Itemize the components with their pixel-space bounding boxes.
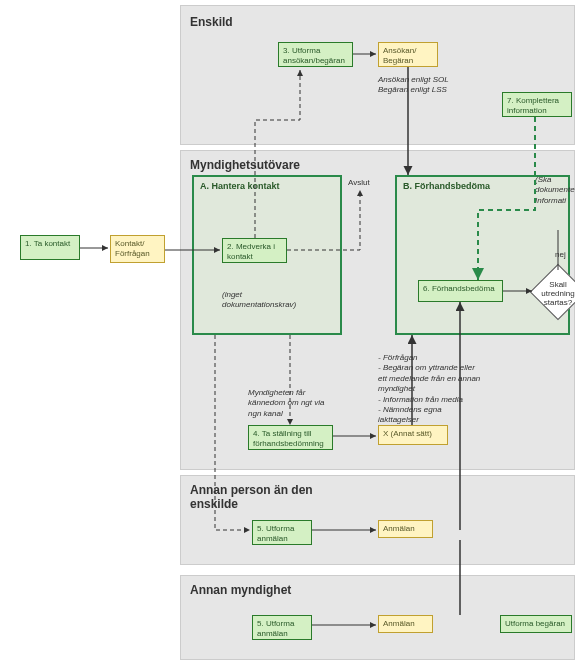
box-1-ta-kontakt: 1. Ta kontakt: [20, 235, 80, 260]
box-6-forhandsbedoma: 6. Förhandsbedöma: [418, 280, 503, 302]
note-avslut: Avslut: [348, 178, 370, 188]
box-ansokan-begaran: Ansökan/ Begäran: [378, 42, 438, 67]
lane-title-annan-myndighet: Annan myndighet: [190, 583, 291, 597]
box-5-utforma-anmalan-a: 5. Utforma anmälan: [252, 520, 312, 545]
box-5-utforma-anmalan-b: 5. Utforma anmälan: [252, 615, 312, 640]
note-nej: nej: [555, 250, 566, 260]
box-7-komplettera: 7. Komplettera information: [502, 92, 572, 117]
decision-label: Skall utredning startas?: [533, 280, 575, 307]
box-anmalan-a: Anmälan: [378, 520, 433, 538]
box-4-ta-stallning: 4. Ta ställning till förhandsbedömning: [248, 425, 333, 450]
note-list: - Förfrågan - Begäran om yttrande eller …: [378, 353, 480, 426]
box-utforma-begaran: Utforma begäran: [500, 615, 572, 633]
note-sol-lss: Ansökan enligt SOL Begäran enligt LSS: [378, 75, 449, 96]
lane-title-enskild: Enskild: [190, 15, 233, 29]
note-ska-dok: (Ska dokumente Informati: [535, 175, 575, 206]
note-kanal: Myndigheten får kännedom om ngt via ngn …: [248, 388, 325, 419]
container-a-title: A. Hantera kontakt: [200, 181, 334, 191]
box-anmalan-b: Anmälan: [378, 615, 433, 633]
box-3-utforma-ansokan: 3. Utforma ansökan/begäran: [278, 42, 353, 67]
note-dokkrav: (inget dokumentationskrav): [222, 290, 296, 311]
box-2-medverka: 2. Medverka i kontakt: [222, 238, 287, 263]
box-x-annat-satt: X (Annat sätt): [378, 425, 448, 445]
lane-title-annan-person: Annan person än den enskilde: [190, 483, 320, 511]
lane-title-myndighet: Myndighetsutövare: [190, 158, 300, 172]
box-kontakt-forfragan: Kontakt/ Förfrågan: [110, 235, 165, 263]
